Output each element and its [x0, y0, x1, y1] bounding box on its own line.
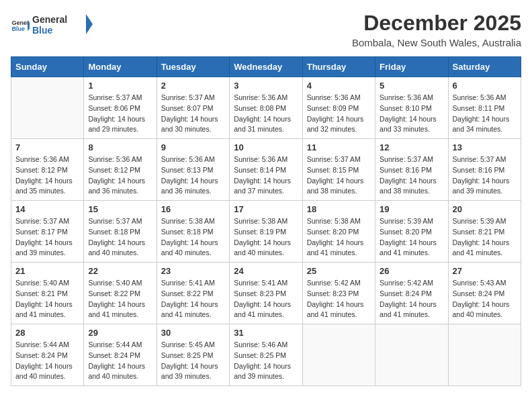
calendar-cell: 8Sunrise: 5:36 AM Sunset: 8:12 PM Daylig… — [84, 139, 157, 201]
calendar-cell: 10Sunrise: 5:36 AM Sunset: 8:14 PM Dayli… — [230, 139, 302, 201]
calendar-cell: 29Sunrise: 5:44 AM Sunset: 8:24 PM Dayli… — [84, 324, 157, 386]
calendar-cell: 19Sunrise: 5:39 AM Sunset: 8:20 PM Dayli… — [375, 201, 448, 263]
header-cell-saturday: Saturday — [448, 57, 521, 77]
day-info: Sunrise: 5:36 AM Sunset: 8:11 PM Dayligh… — [453, 93, 517, 135]
day-info: Sunrise: 5:43 AM Sunset: 8:24 PM Dayligh… — [453, 278, 517, 320]
calendar-cell: 2Sunrise: 5:37 AM Sunset: 8:07 PM Daylig… — [157, 77, 229, 139]
calendar-cell: 28Sunrise: 5:44 AM Sunset: 8:24 PM Dayli… — [11, 324, 84, 386]
day-info: Sunrise: 5:38 AM Sunset: 8:20 PM Dayligh… — [307, 216, 371, 259]
day-info: Sunrise: 5:40 AM Sunset: 8:22 PM Dayligh… — [88, 278, 152, 320]
day-number: 3 — [234, 81, 298, 91]
calendar-cell: 22Sunrise: 5:40 AM Sunset: 8:22 PM Dayli… — [84, 263, 157, 324]
day-number: 5 — [380, 81, 443, 91]
day-info: Sunrise: 5:37 AM Sunset: 8:16 PM Dayligh… — [453, 154, 517, 197]
day-number: 29 — [88, 328, 152, 338]
calendar-cell: 21Sunrise: 5:40 AM Sunset: 8:21 PM Dayli… — [11, 263, 84, 324]
day-number: 22 — [88, 266, 152, 276]
day-number: 8 — [88, 142, 152, 152]
logo-svg: General Blue — [32, 11, 93, 38]
day-info: Sunrise: 5:36 AM Sunset: 8:08 PM Dayligh… — [234, 93, 298, 135]
day-number: 9 — [161, 142, 225, 152]
day-number: 28 — [15, 328, 79, 338]
calendar-cell — [448, 324, 521, 386]
day-info: Sunrise: 5:39 AM Sunset: 8:20 PM Dayligh… — [380, 216, 443, 259]
logo: General Blue General Blue — [11, 11, 93, 40]
day-number: 19 — [380, 204, 443, 214]
calendar-cell — [302, 324, 375, 386]
day-number: 17 — [234, 204, 298, 214]
week-row-1: 1Sunrise: 5:37 AM Sunset: 8:06 PM Daylig… — [11, 77, 521, 139]
day-info: Sunrise: 5:36 AM Sunset: 8:09 PM Dayligh… — [307, 93, 371, 135]
day-info: Sunrise: 5:36 AM Sunset: 8:12 PM Dayligh… — [88, 154, 152, 197]
day-number: 16 — [161, 204, 225, 214]
day-number: 6 — [453, 81, 517, 91]
day-info: Sunrise: 5:38 AM Sunset: 8:19 PM Dayligh… — [234, 216, 298, 259]
day-info: Sunrise: 5:36 AM Sunset: 8:10 PM Dayligh… — [380, 93, 443, 135]
day-number: 31 — [234, 328, 298, 338]
title-area: December 2025 Bombala, New South Wales, … — [352, 11, 521, 48]
day-info: Sunrise: 5:44 AM Sunset: 8:24 PM Dayligh… — [15, 340, 79, 382]
day-info: Sunrise: 5:40 AM Sunset: 8:21 PM Dayligh… — [15, 278, 79, 320]
day-info: Sunrise: 5:42 AM Sunset: 8:24 PM Dayligh… — [380, 278, 443, 320]
day-info: Sunrise: 5:38 AM Sunset: 8:18 PM Dayligh… — [161, 216, 225, 259]
calendar-cell: 16Sunrise: 5:38 AM Sunset: 8:18 PM Dayli… — [157, 201, 229, 263]
calendar-table: SundayMondayTuesdayWednesdayThursdayFrid… — [11, 56, 521, 386]
calendar-cell: 27Sunrise: 5:43 AM Sunset: 8:24 PM Dayli… — [448, 263, 521, 324]
svg-text:Blue: Blue — [11, 26, 25, 32]
calendar-cell: 9Sunrise: 5:36 AM Sunset: 8:13 PM Daylig… — [157, 139, 229, 201]
calendar-cell: 12Sunrise: 5:37 AM Sunset: 8:16 PM Dayli… — [375, 139, 448, 201]
calendar-cell: 1Sunrise: 5:37 AM Sunset: 8:06 PM Daylig… — [84, 77, 157, 139]
calendar-cell: 24Sunrise: 5:41 AM Sunset: 8:23 PM Dayli… — [230, 263, 302, 324]
calendar-subtitle: Bombala, New South Wales, Australia — [352, 37, 521, 48]
day-info: Sunrise: 5:41 AM Sunset: 8:22 PM Dayligh… — [161, 278, 225, 320]
day-info: Sunrise: 5:45 AM Sunset: 8:25 PM Dayligh… — [161, 340, 225, 382]
header-cell-tuesday: Tuesday — [157, 57, 229, 77]
week-row-3: 14Sunrise: 5:37 AM Sunset: 8:17 PM Dayli… — [11, 201, 521, 263]
week-row-4: 21Sunrise: 5:40 AM Sunset: 8:21 PM Dayli… — [11, 263, 521, 324]
header-row: SundayMondayTuesdayWednesdayThursdayFrid… — [11, 57, 521, 77]
logo-icon: General Blue — [11, 16, 30, 35]
day-number: 2 — [161, 81, 225, 91]
header: General Blue General Blue December 2025 … — [11, 11, 521, 48]
calendar-cell: 17Sunrise: 5:38 AM Sunset: 8:19 PM Dayli… — [230, 201, 302, 263]
calendar-cell: 4Sunrise: 5:36 AM Sunset: 8:09 PM Daylig… — [302, 77, 375, 139]
calendar-cell: 3Sunrise: 5:36 AM Sunset: 8:08 PM Daylig… — [230, 77, 302, 139]
svg-text:Blue: Blue — [32, 25, 53, 36]
header-cell-thursday: Thursday — [302, 57, 375, 77]
day-info: Sunrise: 5:37 AM Sunset: 8:15 PM Dayligh… — [307, 154, 371, 197]
day-number: 15 — [88, 204, 152, 214]
day-info: Sunrise: 5:37 AM Sunset: 8:07 PM Dayligh… — [161, 93, 225, 135]
svg-text:General: General — [11, 19, 30, 26]
header-cell-sunday: Sunday — [11, 57, 84, 77]
calendar-cell: 7Sunrise: 5:36 AM Sunset: 8:12 PM Daylig… — [11, 139, 84, 201]
calendar-cell: 14Sunrise: 5:37 AM Sunset: 8:17 PM Dayli… — [11, 201, 84, 263]
header-cell-friday: Friday — [375, 57, 448, 77]
day-number: 7 — [15, 142, 79, 152]
header-cell-wednesday: Wednesday — [230, 57, 302, 77]
day-info: Sunrise: 5:36 AM Sunset: 8:13 PM Dayligh… — [161, 154, 225, 197]
calendar-cell: 6Sunrise: 5:36 AM Sunset: 8:11 PM Daylig… — [448, 77, 521, 139]
day-info: Sunrise: 5:37 AM Sunset: 8:18 PM Dayligh… — [88, 216, 152, 259]
day-number: 12 — [380, 142, 443, 152]
day-number: 26 — [380, 266, 443, 276]
day-info: Sunrise: 5:44 AM Sunset: 8:24 PM Dayligh… — [88, 340, 152, 382]
calendar-cell: 23Sunrise: 5:41 AM Sunset: 8:22 PM Dayli… — [157, 263, 229, 324]
day-number: 14 — [15, 204, 79, 214]
calendar-header: SundayMondayTuesdayWednesdayThursdayFrid… — [11, 57, 521, 77]
day-number: 13 — [453, 142, 517, 152]
day-number: 1 — [88, 81, 152, 91]
calendar-cell — [375, 324, 448, 386]
day-number: 25 — [307, 266, 371, 276]
day-info: Sunrise: 5:42 AM Sunset: 8:23 PM Dayligh… — [307, 278, 371, 320]
day-info: Sunrise: 5:37 AM Sunset: 8:17 PM Dayligh… — [15, 216, 79, 259]
calendar-cell — [11, 77, 84, 139]
day-info: Sunrise: 5:39 AM Sunset: 8:21 PM Dayligh… — [453, 216, 517, 259]
svg-text:General: General — [32, 14, 67, 25]
day-info: Sunrise: 5:36 AM Sunset: 8:14 PM Dayligh… — [234, 154, 298, 197]
day-number: 27 — [453, 266, 517, 276]
calendar-cell: 15Sunrise: 5:37 AM Sunset: 8:18 PM Dayli… — [84, 201, 157, 263]
week-row-5: 28Sunrise: 5:44 AM Sunset: 8:24 PM Dayli… — [11, 324, 521, 386]
calendar-cell: 30Sunrise: 5:45 AM Sunset: 8:25 PM Dayli… — [157, 324, 229, 386]
day-info: Sunrise: 5:46 AM Sunset: 8:25 PM Dayligh… — [234, 340, 298, 382]
day-number: 4 — [307, 81, 371, 91]
